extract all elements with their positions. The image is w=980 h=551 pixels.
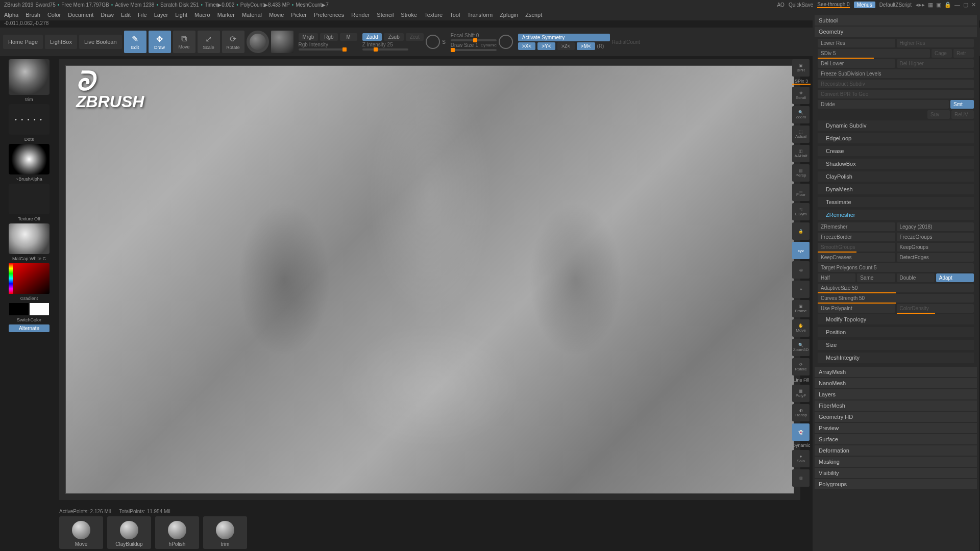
double-button[interactable]: Double (897, 273, 935, 282)
reconstruct-button[interactable]: Reconstruct Subdiv (818, 80, 974, 88)
nav-button[interactable]: ◎ (792, 261, 810, 279)
zoom-button[interactable]: 🔍Zoom (792, 106, 810, 123)
menus-button[interactable]: Menus (854, 2, 875, 8)
visibility-section[interactable]: Visibility (815, 468, 977, 478)
zremesher-button[interactable]: ZRemesher (818, 222, 895, 231)
legacy-button[interactable]: Legacy (2018) (897, 222, 974, 231)
geohd-section[interactable]: Geometry HD (815, 412, 977, 422)
ghost-button[interactable]: 👻 (792, 423, 810, 441)
sym-x[interactable]: >X< (518, 42, 535, 50)
targetpoly-slider[interactable]: Target Polygons Count 5 (818, 263, 974, 272)
lock-button[interactable]: 🔒 (792, 222, 810, 240)
detectedges-button[interactable]: DetectEdges (897, 253, 974, 262)
switchcolor-button[interactable]: SwitchColor (17, 317, 41, 322)
usepolypaint-button[interactable]: Use Polypaint (818, 304, 895, 313)
menu-stroke[interactable]: Stroke (401, 12, 417, 18)
viewport[interactable]: ᘐ ZBRUSH (59, 59, 800, 500)
color-black[interactable] (9, 303, 29, 315)
menu-document[interactable]: Document (68, 12, 93, 18)
home-button[interactable]: Home Page (3, 35, 43, 49)
liveboolean-button[interactable]: Live Boolean (79, 35, 122, 49)
zsub-button[interactable]: Zsub (384, 33, 403, 41)
shelf-move[interactable]: Move (59, 516, 103, 549)
transp-button[interactable]: ◐Transp (792, 404, 810, 421)
freezegroups-button[interactable]: FreezeGroups (897, 233, 974, 241)
nanomesh-section[interactable]: NanoMesh (815, 378, 977, 388)
edit-mode[interactable]: ✎Edit (124, 31, 146, 53)
zremesher-section[interactable]: ZRemesher (818, 210, 974, 220)
brush-thumbnail[interactable] (9, 59, 50, 95)
polyf-button[interactable]: ▦PolyF (792, 385, 810, 402)
menu-color[interactable]: Color (47, 12, 61, 18)
move-mode[interactable]: ⧉Move (173, 31, 195, 53)
modifytopo-section[interactable]: Modify Topology (818, 314, 974, 324)
extras-button[interactable]: ⊞ (792, 469, 810, 487)
alpha-thumbnail[interactable] (9, 144, 50, 174)
adapt-button[interactable]: Adapt (936, 273, 974, 282)
zadd-button[interactable]: Zadd (362, 33, 382, 41)
tessimate-section[interactable]: Tessimate (818, 197, 974, 207)
activate-symmetry[interactable]: Activate Symmetry (518, 34, 610, 41)
alternate-button[interactable]: Alternate (9, 324, 50, 332)
surface-section[interactable]: Surface (815, 434, 977, 444)
menu-draw[interactable]: Draw (101, 12, 114, 18)
linefill-label[interactable]: Line Fill (792, 378, 811, 383)
smt-button[interactable]: Smt (950, 100, 974, 109)
shelf-hpolish[interactable]: hPolish (155, 516, 199, 549)
arraymesh-section[interactable]: ArrayMesh (815, 367, 977, 377)
bpr-button[interactable]: ▣BPR (792, 59, 810, 77)
draw-size-slider[interactable] (451, 49, 497, 51)
menu-macro[interactable]: Macro (194, 12, 210, 18)
sphere-preview[interactable] (247, 31, 269, 53)
maximize-icon[interactable]: ▢ (963, 2, 968, 8)
position-section[interactable]: Position (818, 327, 974, 337)
freeze-subdiv[interactable]: Freeze SubDivision Levels (818, 69, 974, 78)
sdiv-slider[interactable]: SDiv 5 (818, 49, 930, 58)
dynamic-label2[interactable]: Dynamic (792, 443, 811, 448)
spix-label[interactable]: SPix 3 (792, 79, 811, 85)
menu-preferences[interactable]: Preferences (314, 12, 344, 18)
dynamic-label[interactable]: Dynamic (481, 43, 497, 47)
menu-zplugin[interactable]: Zplugin (500, 12, 518, 18)
floor-button[interactable]: ▁Floor (792, 184, 810, 201)
layout-icon[interactable]: ▣ (936, 2, 941, 8)
menu-render[interactable]: Render (351, 12, 370, 18)
reuv-button[interactable]: ReUV (951, 110, 974, 119)
same-button[interactable]: Same (857, 273, 895, 282)
lightbox-button[interactable]: LightBox (45, 35, 77, 49)
menu-movie[interactable]: Movie (269, 12, 284, 18)
divide-button[interactable]: Divide (818, 100, 949, 109)
menu-material[interactable]: Material (242, 12, 262, 18)
actual-button[interactable]: ⬚Actual (792, 126, 810, 143)
zoom3d-button[interactable]: 🔍Zoom3D (792, 339, 810, 356)
claypolish-section[interactable]: ClayPolish (818, 171, 974, 182)
size-dial[interactable] (499, 35, 513, 49)
menu-layer[interactable]: Layer (154, 12, 168, 18)
sym-m[interactable]: >M< (577, 42, 595, 50)
sphere-preview-2[interactable] (271, 31, 293, 53)
dynamicsubdiv-section[interactable]: Dynamic Subdiv (818, 120, 974, 131)
dynamesh-section[interactable]: DynaMesh (818, 184, 974, 194)
quicksave-button[interactable]: QuickSave (789, 2, 813, 8)
subtool-section[interactable]: Subtool (815, 15, 977, 26)
sym-r[interactable]: (R) (597, 43, 604, 49)
lowerres-button[interactable]: Lower Res (818, 39, 895, 47)
keepgroups-button[interactable]: KeepGroups (897, 243, 974, 252)
keepcreases-button[interactable]: KeepCreases (818, 253, 895, 262)
link-button[interactable]: ⚭ (792, 281, 810, 298)
cage-button[interactable]: Cage (932, 49, 952, 58)
m-button[interactable]: M (340, 33, 357, 41)
solo-button[interactable]: ●Solo (792, 450, 810, 467)
menu-zscript[interactable]: Zscript (525, 12, 542, 18)
menu-texture[interactable]: Texture (424, 12, 443, 18)
smoothgroups-button[interactable]: SmoothGroups (818, 243, 895, 252)
minimize-icon[interactable]: — (954, 2, 960, 8)
deformation-section[interactable]: Deformation (815, 445, 977, 456)
frame-button[interactable]: ▣Frame (792, 300, 810, 317)
rotate-mode[interactable]: ⟳Rotate (222, 31, 244, 53)
meshintegrity-section[interactable]: MeshIntegrity (818, 353, 974, 363)
colordensity-slider[interactable]: ColorDensity (897, 304, 974, 313)
geometry-section[interactable]: Geometry (815, 27, 977, 37)
rotate3d-button[interactable]: ⟳Rotate (792, 358, 810, 375)
convertbpr-button[interactable]: Convert BPR To Geo (818, 90, 974, 98)
